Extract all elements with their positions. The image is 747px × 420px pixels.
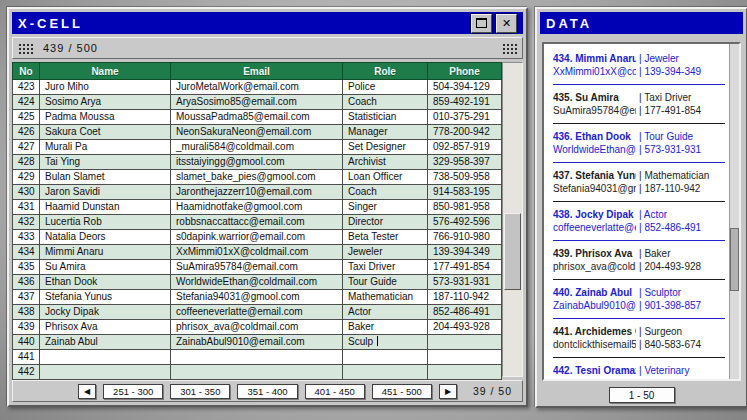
page-range-button[interactable]: 251 - 300 [103, 384, 163, 399]
entry-email[interactable]: Tesni92Oramaz@gmool.com [553, 377, 636, 381]
cell-phone[interactable]: 187-110-942 [428, 290, 502, 305]
table-row[interactable]: 430 Jaron Savidi Jaronthejazzerr10@email… [13, 185, 502, 200]
xcell-titlebar[interactable]: X-CELL ✕ [12, 12, 523, 34]
cell-no[interactable]: 431 [13, 200, 40, 215]
cell-role[interactable]: Director [343, 215, 428, 230]
range-button[interactable]: 1 - 50 [609, 387, 675, 403]
data-entry[interactable]: 437. Stefania Yunus | Mathematician Stef… [553, 163, 725, 202]
cell-email[interactable]: NeonSakuraNeon@email.com [171, 125, 343, 140]
data-entry[interactable]: 440. Zainab Abul | Sculptor ZainabAbul90… [553, 280, 725, 319]
cell-no[interactable]: 440 [13, 335, 40, 350]
cell-role[interactable]: Statistician [343, 110, 428, 125]
cell-email[interactable]: ZainabAbul9010@email.com [171, 335, 343, 350]
cell-email[interactable]: SuAmira95784@email.com [171, 260, 343, 275]
data-titlebar[interactable]: DATA [540, 12, 743, 34]
table-row[interactable]: 429 Bulan Slamet slamet_bake_pies@gmool.… [13, 170, 502, 185]
table-row[interactable]: 441 [13, 350, 502, 365]
cell-role[interactable]: Actor [343, 305, 428, 320]
cell-role[interactable]: Sculp [343, 335, 428, 350]
entry-email[interactable]: coffeeneverlatte@email.com [553, 221, 636, 234]
table-row[interactable]: 431 Haamid Dunstan Haamidnotfake@gmool.c… [13, 200, 502, 215]
cell-phone[interactable]: 576-492-596 [428, 215, 502, 230]
data-entry[interactable]: 439. Phrisox Ava | Baker phrisox_ava@col… [553, 241, 725, 280]
cell-email[interactable]: itsstaiyingg@gmool.com [171, 155, 343, 170]
cell-phone[interactable] [428, 335, 502, 350]
cell-phone[interactable]: 177-491-854 [428, 260, 502, 275]
cell-name[interactable]: Phrisox Ava [40, 320, 171, 335]
cell-email[interactable]: Jaronthejazzerr10@email.com [171, 185, 343, 200]
cell-name[interactable]: Bulan Slamet [40, 170, 171, 185]
cell-email[interactable] [171, 350, 343, 365]
cell-role[interactable]: Police [343, 80, 428, 95]
cell-role[interactable]: Set Designer [343, 140, 428, 155]
cell-role[interactable]: Beta Tester [343, 230, 428, 245]
data-entry[interactable]: 436. Ethan Dook | Tour Guide WorldwideEt… [553, 124, 725, 163]
cell-email[interactable]: AryaSosimo85@email.com [171, 95, 343, 110]
table-row[interactable]: 428 Tai Ying itsstaiyingg@gmool.com Arch… [13, 155, 502, 170]
cell-phone[interactable] [428, 350, 502, 365]
cell-role[interactable]: Singer [343, 200, 428, 215]
entry-email[interactable]: dontclickthisemail55@email.com [553, 338, 636, 351]
cell-phone[interactable]: 850-981-958 [428, 200, 502, 215]
cell-phone[interactable]: 738-509-958 [428, 170, 502, 185]
cell-phone[interactable]: 010-375-291 [428, 110, 502, 125]
cell-phone[interactable]: 852-486-491 [428, 305, 502, 320]
cell-name[interactable]: Haamid Dunstan [40, 200, 171, 215]
next-page-button[interactable]: ▶ [439, 384, 457, 399]
cell-email[interactable]: Haamidnotfake@gmool.com [171, 200, 343, 215]
grid-handle-icon-right[interactable] [502, 43, 517, 54]
cell-no[interactable]: 439 [13, 320, 40, 335]
cell-role[interactable] [343, 350, 428, 365]
cell-phone[interactable]: 204-493-928 [428, 320, 502, 335]
cell-role[interactable]: Mathematician [343, 290, 428, 305]
entry-email[interactable]: phrisox_ava@coldmail.com [553, 260, 636, 273]
table-row[interactable]: 435 Su Amira SuAmira95784@email.com Taxi… [13, 260, 502, 275]
cell-name[interactable] [40, 365, 171, 380]
cell-name[interactable]: Zainab Abul [40, 335, 171, 350]
cell-role[interactable]: Coach [343, 185, 428, 200]
cell-phone[interactable]: 766-910-980 [428, 230, 502, 245]
cell-no[interactable]: 424 [13, 95, 40, 110]
data-entry[interactable]: 441. Archidemes Otto | Surgeon dontclick… [553, 319, 725, 358]
data-entry[interactable]: 438. Jocky Dipak | Actor coffeeneverlatt… [553, 202, 725, 241]
table-row[interactable]: 432 Lucertia Rob robbsnaccattacc@email.c… [13, 215, 502, 230]
page-range-button[interactable]: 401 - 450 [305, 384, 365, 399]
cell-name[interactable]: Sosimo Arya [40, 95, 171, 110]
table-row[interactable]: 424 Sosimo Arya AryaSosimo85@email.com C… [13, 95, 502, 110]
cell-name[interactable]: Lucertia Rob [40, 215, 171, 230]
table-scrollbar-thumb[interactable] [504, 213, 521, 290]
cell-email[interactable]: WorldwideEthan@coldmail.com [171, 275, 343, 290]
cell-no[interactable]: 442 [13, 365, 40, 380]
cell-no[interactable]: 423 [13, 80, 40, 95]
cell-name[interactable]: Juro Miho [40, 80, 171, 95]
cell-email[interactable]: phrisox_ava@coldmail.com [171, 320, 343, 335]
cell-role[interactable]: Tour Guide [343, 275, 428, 290]
table-row[interactable]: 426 Sakura Coet NeonSakuraNeon@email.com… [13, 125, 502, 140]
entry-email[interactable]: Stefania94031@gmool.com [553, 182, 636, 195]
cell-role[interactable]: Coach [343, 95, 428, 110]
cell-phone[interactable] [428, 365, 502, 380]
cell-name[interactable]: Natalia Deors [40, 230, 171, 245]
cell-name[interactable]: Sakura Coet [40, 125, 171, 140]
cell-role[interactable]: Jeweler [343, 245, 428, 260]
cell-email[interactable]: coffeeneverlatte@email.com [171, 305, 343, 320]
table-row[interactable]: 434 Mimmi Anaru XxMimmi01xX@coldmail.com… [13, 245, 502, 260]
cell-no[interactable]: 438 [13, 305, 40, 320]
cell-role[interactable]: Loan Officer [343, 170, 428, 185]
cell-phone[interactable]: 504-394-129 [428, 80, 502, 95]
cell-no[interactable]: 427 [13, 140, 40, 155]
cell-role[interactable] [343, 365, 428, 380]
data-entry[interactable]: 434. Mimmi Anaru | Jeweler XxMimmi01xX@c… [553, 46, 725, 85]
cell-no[interactable]: 430 [13, 185, 40, 200]
cell-phone[interactable]: 914-583-195 [428, 185, 502, 200]
table-row[interactable]: 425 Padma Moussa MoussaPadma85@email.com… [13, 110, 502, 125]
table-row[interactable]: 423 Juro Miho JuroMetalWork@email.com Po… [13, 80, 502, 95]
table-row[interactable]: 436 Ethan Dook WorldwideEthan@coldmail.c… [13, 275, 502, 290]
cell-name[interactable]: Jaron Savidi [40, 185, 171, 200]
entry-email[interactable]: SuAmira95784@email.com [553, 104, 636, 117]
page-range-button[interactable]: 301 - 350 [170, 384, 230, 399]
cell-role[interactable]: Manager [343, 125, 428, 140]
grid-handle-icon-left[interactable] [18, 43, 33, 54]
cell-no[interactable]: 435 [13, 260, 40, 275]
table-scrollbar[interactable] [502, 62, 523, 377]
